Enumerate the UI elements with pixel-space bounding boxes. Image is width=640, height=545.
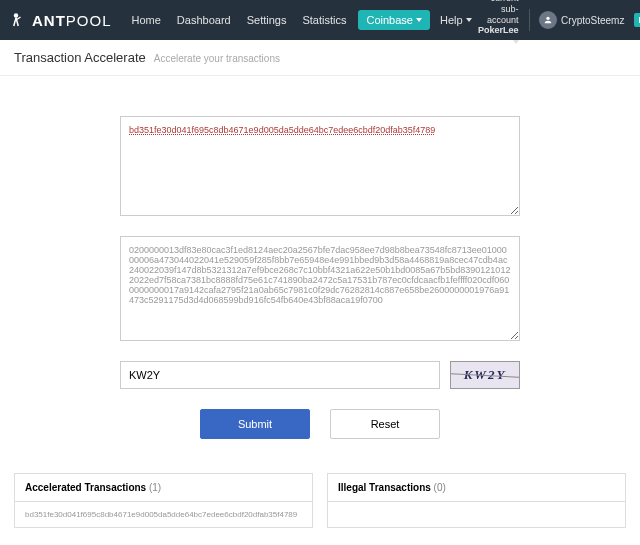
illegal-panel: Illegal Transactions (0) <box>327 473 626 528</box>
nav-settings[interactable]: Settings <box>239 0 295 40</box>
illegal-count: (0) <box>434 482 446 493</box>
navbar: ANTPOOL Home Dashboard Settings Statisti… <box>0 0 640 40</box>
captcha-image[interactable]: KW2Y <box>450 361 520 389</box>
nav-coinbase[interactable]: Coinbase <box>358 10 429 30</box>
navbar-right: current sub-account PokerLee CryptoSteem… <box>478 0 640 47</box>
language-badge[interactable]: EN <box>634 13 640 27</box>
help-label: Help <box>440 14 463 26</box>
captcha-row: KW2Y <box>120 361 520 389</box>
accelerated-header: Accelerated Transactions (1) <box>15 474 312 502</box>
subaccount-dropdown[interactable]: current sub-account PokerLee <box>478 0 519 47</box>
rawtx-input[interactable] <box>120 236 520 341</box>
illegal-header: Illegal Transactions (0) <box>328 474 625 502</box>
nav-dashboard[interactable]: Dashboard <box>169 0 239 40</box>
chevron-down-icon <box>416 18 422 22</box>
ant-icon <box>10 11 28 29</box>
divider <box>529 9 530 31</box>
svg-point-0 <box>14 13 19 18</box>
chevron-down-icon <box>513 40 519 44</box>
nav-links: Home Dashboard Settings Statistics <box>124 0 355 40</box>
illegal-title: Illegal Transactions <box>338 482 431 493</box>
username-text: CryptoSteemz <box>561 15 624 26</box>
nav-home[interactable]: Home <box>124 0 169 40</box>
submit-button[interactable]: Submit <box>200 409 310 439</box>
accelerated-title: Accelerated Transactions <box>25 482 146 493</box>
logo[interactable]: ANTPOOL <box>10 11 112 29</box>
user-icon <box>539 11 557 29</box>
nav-statistics[interactable]: Statistics <box>294 0 354 40</box>
user-menu[interactable]: CryptoSteemz <box>539 11 624 29</box>
accelerated-panel: Accelerated Transactions (1) bd351fe30d0… <box>14 473 313 528</box>
accelerated-body: bd351fe30d041f695c8db4671e9d005da5dde64b… <box>15 502 312 527</box>
subaccount-label: current sub-account <box>478 0 519 25</box>
subaccount-value: PokerLee <box>478 25 519 46</box>
page-title: Transaction Accelerate <box>14 50 146 65</box>
form-area: KW2Y Submit Reset <box>120 116 520 439</box>
accelerated-item: bd351fe30d041f695c8db4671e9d005da5dde64b… <box>25 510 302 519</box>
txid-input[interactable] <box>120 116 520 216</box>
page-subtitle: Accelerate your transactions <box>154 53 280 64</box>
chevron-down-icon <box>466 18 472 22</box>
svg-point-1 <box>546 17 549 20</box>
logo-text: ANTPOOL <box>32 12 112 29</box>
coinbase-label: Coinbase <box>366 14 412 26</box>
illegal-body <box>328 502 625 522</box>
reset-button[interactable]: Reset <box>330 409 440 439</box>
panels: Accelerated Transactions (1) bd351fe30d0… <box>0 459 640 542</box>
accelerated-count: (1) <box>149 482 161 493</box>
nav-help[interactable]: Help <box>434 14 478 26</box>
captcha-input[interactable] <box>120 361 440 389</box>
content: KW2Y Submit Reset <box>0 76 640 459</box>
button-row: Submit Reset <box>120 409 520 439</box>
